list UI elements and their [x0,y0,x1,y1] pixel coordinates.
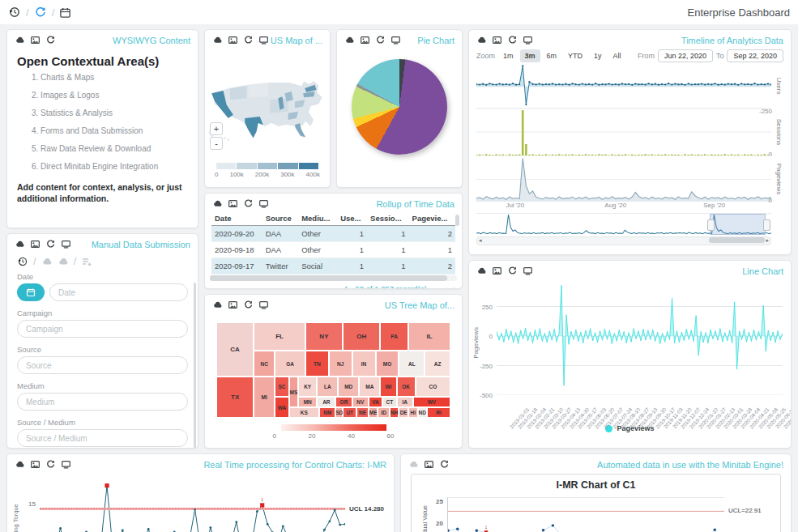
refresh-icon[interactable] [507,266,518,276]
image-icon[interactable] [360,35,370,45]
panel-title[interactable]: Pie Chart [417,36,454,45]
table-horizontal-scrollbar[interactable] [210,275,457,281]
refresh-icon[interactable] [375,35,386,45]
treemap-tile-wv[interactable]: WV [413,397,450,407]
table-row[interactable]: 2020-09-20DAAOther112 [211,226,455,242]
zoom-button-1y[interactable]: 1y [589,49,607,62]
cloud-icon[interactable] [408,459,419,470]
treemap-tile-il[interactable]: IL [408,322,450,351]
treemap-tile-ky[interactable]: KY [298,377,317,397]
image-icon[interactable] [228,300,238,310]
zoom-button-all[interactable]: All [608,49,626,62]
treemap-tile-ga[interactable]: GA [275,351,305,377]
table-row[interactable]: 2020-09-18DAAOther111 [211,242,455,258]
us-treemap[interactable]: CATXFLNYOHPAILNCGATNNJINMOALAZMISCWAMSKY… [216,322,450,418]
zoom-button-6m[interactable]: 6m [542,49,562,62]
treemap-tile-ne[interactable]: NE [356,407,368,418]
column-header[interactable]: Pagevie... [409,211,455,226]
refresh-icon[interactable] [45,239,56,249]
source-medium-input[interactable] [17,429,188,447]
medium-input[interactable] [17,393,188,411]
treemap-tile-hi[interactable]: HI [408,407,418,418]
image-icon[interactable] [30,459,41,470]
image-icon[interactable] [228,35,238,45]
treemap-tile-ar[interactable]: AR [317,397,335,407]
treemap-tile-ma[interactable]: MA [359,377,380,397]
treemap-tile-ct[interactable]: CT [382,397,396,407]
source-input[interactable] [17,356,188,374]
calendar-icon[interactable] [59,6,71,19]
refresh-icon[interactable] [439,459,450,470]
treemap-tile-wa[interactable]: WA [275,397,288,418]
treemap-tile-id[interactable]: ID [378,407,389,418]
treemap-tile-oh[interactable]: OH [343,322,380,351]
scroll-left-icon[interactable]: ◂ [479,236,482,244]
treemap-tile-nh[interactable]: NH [390,407,399,418]
page-size-dropdown-icon[interactable]: ⌄ [433,284,439,289]
column-header[interactable]: Mediu... [298,211,337,226]
history-icon[interactable] [17,256,28,267]
treemap-tile-fl[interactable]: FL [254,322,305,351]
image-icon[interactable] [30,239,41,249]
panel-title[interactable]: WYSIWYG Content [113,36,190,45]
monitor-icon[interactable] [61,459,71,470]
monitor-icon[interactable] [258,35,269,45]
treemap-tile-nc[interactable]: NC [254,351,275,377]
scrollbar-thumb[interactable] [709,237,765,243]
treemap-tile-sd[interactable]: SD [335,407,343,418]
monitor-icon[interactable] [258,198,269,209]
map-zoom-out-button[interactable]: - [210,137,223,150]
timeline-navigator[interactable] [476,213,771,235]
treemap-tile-in[interactable]: IN [352,351,376,377]
treemap-tile-or[interactable]: OR [335,397,352,407]
treemap-tile-sc[interactable]: SC [275,377,288,397]
image-icon[interactable] [30,35,41,45]
table-vertical-scrollbar[interactable] [455,215,459,226]
treemap-tile-az[interactable]: AZ [425,351,450,377]
cloud-download-icon[interactable] [58,256,69,267]
treemap-tile-ks[interactable]: KS [289,407,320,418]
cloud-icon[interactable] [212,35,223,45]
column-header[interactable]: Date [211,211,262,226]
refresh-icon[interactable] [243,198,254,209]
next-page-icon[interactable]: › [453,284,455,289]
cloud-icon[interactable] [344,35,355,45]
image-icon[interactable] [228,198,238,209]
panel-title[interactable]: Automated data in use with the Minitab E… [597,460,783,470]
timeline-scrollbar[interactable]: ◂ ▸ [476,236,771,245]
date-picker-button[interactable] [17,283,45,301]
treemap-tile-wi[interactable]: WI [380,377,396,397]
cloud-icon[interactable] [476,266,487,276]
refresh-icon[interactable] [45,35,56,45]
refresh-icon[interactable] [243,35,254,45]
navigator-right-handle[interactable] [763,219,770,231]
cloud-icon[interactable] [15,459,25,470]
treemap-tile-la[interactable]: LA [317,377,338,397]
form-scrollbar[interactable] [194,283,196,449]
monitor-icon[interactable] [523,266,533,276]
treemap-tile-mo[interactable]: MO [376,351,399,377]
zoom-button-3m[interactable]: 3m [520,49,540,62]
treemap-tile-nd[interactable]: ND [418,407,428,418]
navigator-selection[interactable] [710,214,766,235]
treemap-tile-al[interactable]: AL [399,351,425,377]
refresh-icon[interactable] [45,459,56,470]
map-zoom-in-button[interactable]: + [210,122,223,135]
cloud-icon[interactable] [212,198,223,209]
navigator-left-handle[interactable] [707,219,715,231]
refresh-icon[interactable] [34,6,47,19]
column-header[interactable]: Use... [337,211,367,226]
treemap-tile-ut[interactable]: UT [343,407,356,418]
to-date-input[interactable]: Sep 22, 2020 [727,49,783,62]
treemap-tile-co[interactable]: CO [416,377,450,397]
treemap-tile-mi[interactable]: MI [254,377,275,418]
refresh-icon[interactable] [243,300,254,310]
treemap-tile-me[interactable]: ME [369,407,378,418]
treemap-tile-ca[interactable]: CA [216,322,254,377]
treemap-tile-mn[interactable]: MN [298,397,317,407]
treemap-tile-nj[interactable]: NJ [329,351,352,377]
history-icon[interactable] [8,6,21,19]
treemap-tile-de[interactable]: DE [399,407,408,418]
image-icon[interactable] [424,459,434,470]
treemap-tile-tn[interactable]: TN [305,351,329,377]
